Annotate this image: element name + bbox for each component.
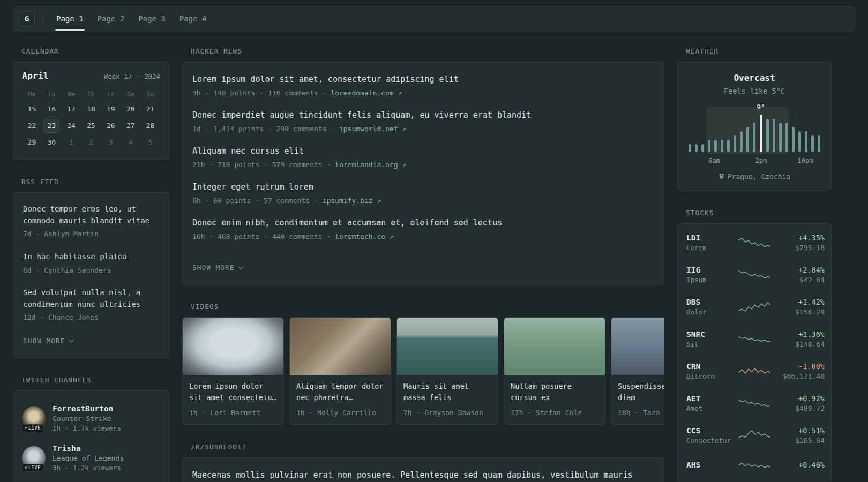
time-label: 2pm xyxy=(755,157,767,164)
stock-name: Sit xyxy=(686,340,736,348)
channel-game: Counter-Strike xyxy=(53,415,121,423)
weather-bar xyxy=(695,144,698,152)
stock-row[interactable]: AET Amet +0.92% $499.72 xyxy=(686,387,822,419)
channel-avatar: LIVE xyxy=(22,406,46,430)
weather-bar xyxy=(714,140,717,152)
stock-change: +0.46% xyxy=(773,461,825,469)
calendar-day-headers: Mo Tu We Th Fr Sa Su xyxy=(22,91,160,98)
stock-row[interactable]: LDI Lorem +4.35% $795.18 xyxy=(686,227,822,259)
chevron-down-icon xyxy=(69,337,74,343)
stock-row[interactable]: AHS +0.46% xyxy=(686,451,822,479)
rss-item-title[interactable]: In hac habitasse platea xyxy=(23,251,159,263)
channel-name[interactable]: Trisha xyxy=(53,444,124,453)
page-tabs: Page 1 Page 2 Page 3 Page 4 xyxy=(49,7,213,31)
stock-row[interactable]: DBS Dolor +1.42% $156.28 xyxy=(686,291,822,323)
twitch-widget: TWITCH CHANNELS LIVE ForrestBurton Count… xyxy=(13,376,169,482)
video-thumbnail[interactable] xyxy=(397,318,498,375)
hn-item-title[interactable]: Integer eget rutrum lorem xyxy=(192,181,654,193)
rss-item-title[interactable]: Sed volutpat nulla nisl, a condimentum n… xyxy=(23,287,159,310)
rss-item-meta: 12d · Chance Jones xyxy=(23,312,159,323)
middle-column: HACKER NEWS Lorem ipsum dolor sit amet, … xyxy=(182,47,664,482)
stock-ticker: LDI xyxy=(686,234,736,242)
stocks-section-title: STOCKS xyxy=(686,209,832,217)
weather-bar xyxy=(689,144,691,152)
subreddit-section-title: /R/SUBREDDIT xyxy=(191,443,664,451)
video-title[interactable]: Suspendisse diam xyxy=(618,381,664,403)
reddit-post-title[interactable]: Maecenas mollis pulvinar erat non posuer… xyxy=(192,469,654,482)
hn-item-title[interactable]: Donec enim nibh, condimentum et accumsan… xyxy=(192,217,654,229)
hn-item-title[interactable]: Aliquam nec cursus elit xyxy=(192,145,654,157)
stock-row[interactable]: CCS Consectetur +0.51% $165.84 xyxy=(686,419,822,451)
tab-page-3[interactable]: Page 3 xyxy=(131,7,173,31)
hn-item-title[interactable]: Donec imperdiet augue tincidunt felis al… xyxy=(192,109,654,122)
current-temp-label: 9° xyxy=(757,103,765,111)
tab-page-2[interactable]: Page 2 xyxy=(91,7,132,31)
hn-show-more-button[interactable]: SHOW MORE xyxy=(192,263,243,272)
weather-location: Prague, Czechia xyxy=(687,172,821,180)
videos-row: Lorem ipsum dolor sit amet consectetu… 1… xyxy=(182,317,664,425)
video-title[interactable]: Nullam posuere cursus ex xyxy=(511,381,598,403)
weather-hourly-chart: 9° xyxy=(687,103,821,152)
hacker-news-section-title: HACKER NEWS xyxy=(191,47,664,55)
calendar-month: April xyxy=(22,71,49,81)
calendar-day: 27 xyxy=(123,119,139,133)
videos-section-title: VIDEOS xyxy=(191,303,664,311)
stock-sparkline xyxy=(736,236,773,250)
calendar-day: 18 xyxy=(83,102,99,116)
video-title[interactable]: Aliquam tempor dolor nec pharetra… xyxy=(296,381,384,403)
stock-change: +0.51% xyxy=(773,426,825,435)
calendar-day-next-month: 5 xyxy=(143,135,159,149)
dow-label: Tu xyxy=(42,91,62,98)
video-title[interactable]: Lorem ipsum dolor sit amet consectetu… xyxy=(189,381,277,403)
video-meta: 1h · Lori Barnett xyxy=(189,409,277,417)
weather-bar xyxy=(708,140,710,152)
stock-name: Lorem xyxy=(686,244,736,252)
video-thumbnail[interactable] xyxy=(611,318,664,375)
app-logo[interactable]: G xyxy=(19,11,35,27)
calendar-day-next-month: 3 xyxy=(103,135,119,149)
calendar-day: 28 xyxy=(143,119,159,133)
calendar-day: 20 xyxy=(123,102,139,116)
weather-bar xyxy=(701,144,704,152)
video-thumbnail[interactable] xyxy=(183,318,283,375)
hn-item-domain-link[interactable]: loremdomain.com ↗ xyxy=(331,89,402,97)
weather-bar xyxy=(740,131,743,152)
rss-item-title[interactable]: Donec tempor eros leo, ut commodo mauris… xyxy=(23,204,159,227)
stock-change: +4.35% xyxy=(773,234,825,242)
stock-sparkline xyxy=(736,268,773,282)
weather-bar xyxy=(753,123,755,152)
twitch-channel-row[interactable]: LIVE ForrestBurton Counter-Strike 1h · 1… xyxy=(22,398,160,438)
show-more-label: SHOW MORE xyxy=(192,263,235,272)
channel-game: League of Legends xyxy=(53,454,124,462)
twitch-channel-row[interactable]: LIVE Trisha League of Legends 3h · 1.2k … xyxy=(22,438,160,478)
stock-change: +2.84% xyxy=(773,266,825,274)
hn-item-meta: 3h · 148 points · 116 comments · xyxy=(192,89,326,97)
hn-item-domain-link[interactable]: ipsumify.biz ↗ xyxy=(323,197,381,205)
page-content: CALENDAR April Week 17 · 2024 Mo Tu We T… xyxy=(0,31,868,482)
stock-row[interactable]: IIG Ipsum +2.84% $42.04 xyxy=(686,259,822,291)
hn-item-title[interactable]: Lorem ipsum dolor sit amet, consectetur … xyxy=(192,73,654,86)
calendar-day: 30 xyxy=(43,135,59,149)
video-thumbnail[interactable] xyxy=(504,318,605,375)
hn-item-domain-link[interactable]: loremtech.co ↗ xyxy=(335,232,394,240)
left-column: CALENDAR April Week 17 · 2024 Mo Tu We T… xyxy=(13,47,169,482)
rss-show-more-button[interactable]: SHOW MORE xyxy=(23,337,73,345)
hn-item-domain-link[interactable]: ipsumworld.net ↗ xyxy=(339,125,406,133)
dow-label: Su xyxy=(140,91,160,98)
video-title[interactable]: Mauris sit amet massa felis xyxy=(403,381,491,403)
video-meta: 17h · Stefan Cole xyxy=(511,409,598,417)
reddit-post: Maecenas mollis pulvinar erat non posuer… xyxy=(192,469,654,482)
rss-item: Donec tempor eros leo, ut commodo mauris… xyxy=(23,204,159,239)
channel-name[interactable]: ForrestBurton xyxy=(53,404,121,413)
calendar-day-today: 23 xyxy=(43,119,59,133)
stock-row[interactable]: SNRC Sit +1.36% $148.64 xyxy=(686,323,822,355)
tab-page-4[interactable]: Page 4 xyxy=(173,7,214,31)
stock-row[interactable]: CRN Bitcorn -1.00% $66,171.48 xyxy=(686,355,822,387)
tab-page-1[interactable]: Page 1 xyxy=(49,7,91,31)
video-meta: 1h · Molly Carrillo xyxy=(296,409,384,417)
stock-change: +1.36% xyxy=(773,330,825,338)
hn-item-domain-link[interactable]: loremlandia.org ↗ xyxy=(335,161,406,169)
video-thumbnail[interactable] xyxy=(290,318,391,375)
dow-label: We xyxy=(62,91,81,98)
twitch-channel-row[interactable]: KendallCarr xyxy=(22,478,160,482)
